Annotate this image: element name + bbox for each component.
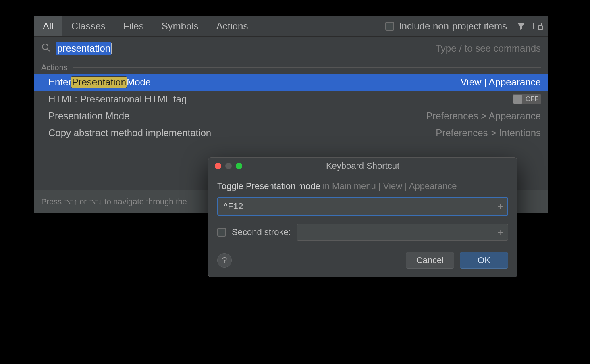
action-label: Toggle Presentation mode in Main menu | … [217,181,508,191]
checkbox-icon [385,22,394,31]
dialog-title: Keyboard Shortcut [208,161,517,171]
action-name: Toggle Presentation mode [217,181,320,191]
result-path: Preferences > Intentions [436,127,541,139]
tab-all[interactable]: All [34,16,62,36]
action-path: in Main menu | View | Appearance [320,181,457,191]
section-header-actions: Actions [34,60,548,72]
results-list: Enter Presentation Mode View | Appearanc… [34,72,548,141]
search-row: presentation Type / to see commands [34,36,548,60]
tab-symbols[interactable]: Symbols [153,16,208,36]
keyboard-shortcut-dialog: Keyboard Shortcut Toggle Presentation mo… [208,157,517,277]
result-row[interactable]: Copy abstract method implementation Pref… [34,125,548,141]
result-text-pre: Presentation Mode [48,110,129,122]
zoom-icon[interactable] [236,163,242,169]
filter-icon[interactable] [514,19,528,33]
result-row[interactable]: Presentation Mode Preferences > Appearan… [34,108,548,125]
search-input[interactable]: presentation [56,42,436,55]
result-text-post: Mode [127,77,151,88]
dialog-titlebar: Keyboard Shortcut [208,158,517,175]
include-label: Include non-project items [399,21,507,32]
result-path: View | Appearance [461,77,541,88]
result-row[interactable]: HTML: Presentational HTML tag OFF [34,91,548,108]
toggle-label: OFF [526,96,538,103]
result-highlight: Presentation [71,77,127,88]
plus-icon[interactable]: + [498,226,504,239]
tab-actions[interactable]: Actions [208,16,257,36]
cancel-button[interactable]: Cancel [406,252,454,269]
search-tabs: All Classes Files Symbols Actions Includ… [34,16,548,36]
minimize-icon [225,163,232,169]
search-value: presentation [56,42,111,55]
shortcut-input[interactable]: ^F12 + [217,197,508,216]
caret-icon [111,43,112,54]
plus-icon[interactable]: + [497,200,503,213]
result-text-pre: Copy abstract method implementation [48,127,211,139]
tab-files[interactable]: Files [114,16,153,36]
result-row[interactable]: Enter Presentation Mode View | Appearanc… [34,74,548,91]
result-text-pre: HTML: Presentational HTML tag [48,94,187,105]
section-label: Actions [41,63,68,72]
result-path: Preferences > Appearance [426,110,541,122]
svg-point-2 [42,44,48,50]
search-icon [41,43,51,54]
ok-button[interactable]: OK [460,252,508,269]
pin-window-icon[interactable] [531,19,545,33]
svg-rect-1 [538,26,542,30]
shortcut-value: ^F12 [224,201,243,212]
help-button[interactable]: ? [217,253,232,268]
second-stroke-input[interactable]: + [297,224,508,241]
tab-classes[interactable]: Classes [62,16,114,36]
result-text-pre: Enter [48,77,71,88]
include-non-project-toggle[interactable]: Include non-project items [385,21,507,32]
toggle-off[interactable]: OFF [513,94,541,104]
search-hint: Type / to see commands [436,43,541,54]
second-stroke-checkbox[interactable] [217,228,226,237]
window-controls [208,163,242,169]
close-icon[interactable] [215,163,221,169]
svg-line-3 [47,49,50,51]
second-stroke-label: Second stroke: [232,227,291,237]
